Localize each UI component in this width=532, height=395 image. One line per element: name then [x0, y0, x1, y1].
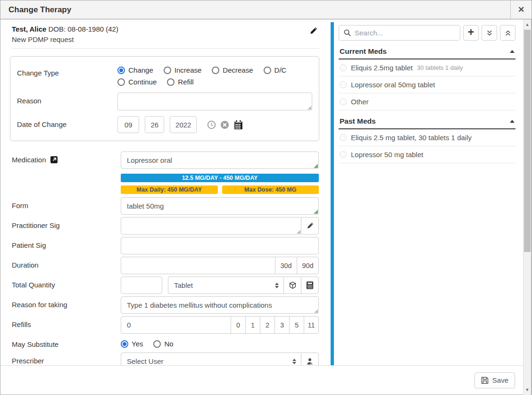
med-item-other[interactable]: Other	[339, 93, 515, 110]
collapse-section-icon[interactable]	[510, 120, 515, 123]
refills-input[interactable]: 0	[121, 316, 231, 334]
clear-date-icon[interactable]	[220, 120, 229, 129]
patient-sig-input[interactable]	[121, 237, 319, 254]
edit-sig-button[interactable]	[301, 217, 319, 235]
scroll-down-arrow-icon[interactable]: ▼	[524, 386, 531, 394]
refills-5-button[interactable]: 5	[289, 316, 304, 334]
dialog-content: Test, Alice DOB: 08-08-1980 (42) New PDM…	[0, 19, 524, 366]
date-month-input[interactable]: 09	[117, 116, 139, 133]
edit-patient-pencil-icon[interactable]	[309, 27, 317, 35]
med-name: Lopressor oral 50mg tablet	[351, 81, 435, 89]
med-name: Other	[351, 98, 369, 106]
resize-grip-icon[interactable]	[314, 164, 318, 168]
package-cube-button[interactable]	[283, 277, 301, 294]
radio-dc[interactable]: D/C	[264, 66, 287, 74]
double-chevron-down-icon	[486, 30, 493, 36]
duration-input[interactable]	[121, 257, 275, 274]
med-item-eliquis-past[interactable]: Eliquis 2.5 mg tablet, 30 tablets 1 dail…	[339, 129, 515, 146]
change-type-radio-group: Change Increase Decrease	[117, 65, 312, 86]
radio-continue[interactable]: Continue	[117, 78, 157, 86]
reason-for-taking-value: Type 1 diabetes mellitus without complic…	[127, 301, 272, 309]
duration-label: Duration	[12, 257, 121, 274]
scroll-up-arrow-icon[interactable]: ▲	[524, 20, 531, 28]
resize-grip-icon[interactable]	[314, 210, 318, 214]
radio-change-dot	[117, 67, 125, 74]
pdmp-request-link[interactable]: New PDMP request	[12, 35, 319, 43]
radio-dc-dot	[264, 67, 271, 74]
quantity-unit-select[interactable]: Tablet	[168, 277, 284, 294]
may-substitute-label: May Substitute	[12, 336, 121, 348]
refills-0-button[interactable]: 0	[231, 316, 246, 334]
radio-decrease-dot	[212, 67, 219, 74]
current-meds-title: Current Meds	[340, 47, 387, 56]
total-quantity-input[interactable]	[121, 277, 162, 294]
radio-refill[interactable]: Refill	[167, 78, 193, 86]
radio-continue-label: Continue	[128, 78, 157, 86]
collapse-section-icon[interactable]	[510, 50, 515, 53]
prescriber-select[interactable]: Select User	[121, 353, 301, 366]
form-input[interactable]: tablet 50mg	[121, 197, 319, 215]
meds-search-input[interactable]: Search...	[339, 25, 460, 41]
resize-grip-icon[interactable]	[308, 106, 311, 109]
patient-header: Test, Alice DOB: 08-08-1980 (42) New PDM…	[12, 23, 319, 49]
reason-for-taking-textarea[interactable]: Type 1 diabetes mellitus without complic…	[121, 296, 319, 314]
past-meds-header[interactable]: Past Meds	[339, 115, 515, 129]
med-item-eliquis-current[interactable]: Eliquis 2.5mg tablet 30 tablets 1 daily	[339, 59, 515, 76]
duration-90d-button[interactable]: 90d	[297, 257, 319, 274]
expand-all-button[interactable]	[482, 25, 497, 41]
practitioner-sig-textarea[interactable]	[121, 217, 301, 235]
radio-continue-dot	[117, 78, 125, 86]
radio-change[interactable]: Change	[117, 66, 153, 74]
date-day-input[interactable]: 26	[145, 116, 164, 133]
select-arrows-icon	[275, 283, 279, 288]
accent-divider-bar	[331, 22, 334, 366]
radio-increase-label: Increase	[175, 66, 202, 74]
reason-for-taking-label: Reason for taking	[12, 296, 121, 314]
radio-yes-label: Yes	[132, 340, 143, 348]
meds-toolbar: Search... +	[339, 25, 515, 41]
prescriber-label: Prescriber	[12, 353, 121, 366]
refills-11-button[interactable]: 11	[304, 316, 319, 334]
calculator-button[interactable]	[301, 277, 319, 294]
user-md-icon	[306, 358, 314, 365]
date-of-change-row: 09 26 2022	[117, 116, 312, 133]
scrollbar-thumb[interactable]	[524, 30, 531, 252]
med-bullet-icon	[340, 81, 347, 88]
med-bullet-icon	[340, 134, 347, 141]
radio-decrease[interactable]: Decrease	[212, 66, 253, 74]
select-prescriber-user-button[interactable]	[301, 353, 319, 366]
add-med-button[interactable]: +	[463, 25, 479, 41]
current-meds-header[interactable]: Current Meds	[339, 45, 515, 59]
medication-input[interactable]: Lopressor oral	[121, 151, 319, 169]
save-button[interactable]: Save	[474, 372, 515, 388]
med-item-lopressor-current[interactable]: Lopressor oral 50mg tablet	[339, 76, 515, 93]
resize-grip-icon[interactable]	[314, 309, 318, 313]
form-label: Form	[12, 197, 121, 215]
radio-substitute-no[interactable]: No	[153, 340, 173, 348]
radio-yes-dot	[121, 340, 128, 348]
pencil-icon	[307, 222, 314, 229]
reason-textarea[interactable]	[117, 92, 312, 110]
resize-grip-icon[interactable]	[297, 230, 300, 234]
vertical-scrollbar[interactable]: ▲ ▼	[523, 19, 532, 395]
refills-3-button[interactable]: 3	[274, 316, 290, 334]
search-placeholder: Search...	[355, 29, 383, 37]
refills-1-button[interactable]: 1	[245, 316, 260, 334]
medication-label: Medication	[12, 156, 46, 164]
duration-30d-button[interactable]: 30d	[275, 257, 297, 274]
radio-increase-dot	[164, 67, 171, 74]
close-button[interactable]: ✕	[510, 0, 532, 19]
radio-decrease-label: Decrease	[223, 66, 253, 74]
external-link-square-icon[interactable]	[50, 156, 58, 163]
collapse-all-button[interactable]	[500, 25, 515, 41]
change-type-label: Change Type	[17, 65, 117, 86]
date-year-input[interactable]: 2022	[170, 116, 197, 133]
time-clock-icon[interactable]	[207, 120, 216, 129]
radio-substitute-yes[interactable]: Yes	[121, 340, 143, 348]
med-item-lopressor-past[interactable]: Lopressor 50 mg tablet	[339, 146, 515, 163]
refills-value: 0	[127, 321, 131, 329]
calendar-icon[interactable]	[233, 120, 243, 130]
therapy-form: Test, Alice DOB: 08-08-1980 (42) New PDM…	[0, 19, 331, 366]
refills-2-button[interactable]: 2	[260, 316, 275, 334]
radio-increase[interactable]: Increase	[164, 66, 202, 74]
